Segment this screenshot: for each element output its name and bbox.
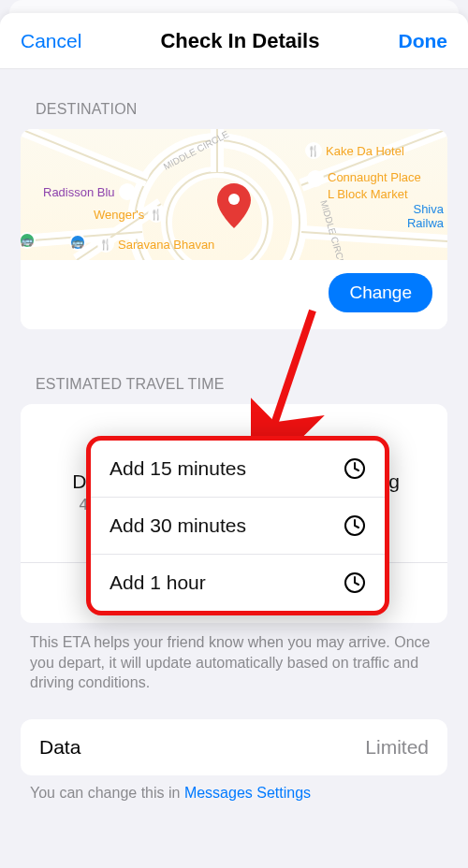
poi-saravana: 🍴Saravana Bhavan: [97, 236, 214, 253]
svg-point-6: [228, 194, 240, 205]
menu-add-15[interactable]: Add 15 minutes: [91, 441, 385, 497]
menu-item-label: Add 15 minutes: [110, 457, 246, 480]
clock-icon: [344, 571, 366, 594]
clock-icon: [344, 514, 366, 537]
cancel-button[interactable]: Cancel: [21, 30, 81, 52]
poi-radisson: Radisson Blu🛏: [43, 183, 136, 200]
clock-icon: [344, 457, 366, 480]
poi-wengers: Wenger's🍴: [94, 206, 165, 223]
menu-item-label: Add 30 minutes: [110, 514, 246, 537]
menu-add-30[interactable]: Add 30 minutes: [91, 497, 385, 554]
transit-icon: 🚌: [69, 234, 86, 251]
page-title: Check In Details: [160, 29, 319, 53]
nav-bar: Cancel Check In Details Done: [0, 13, 468, 69]
shopping-icon: 🛍: [307, 170, 324, 187]
destination-header: DESTINATION: [0, 69, 468, 123]
data-footnote: You can change this in Messages Settings: [0, 775, 468, 802]
extra-time-menu: Add 15 minutes Add 30 minutes Add 1 hour: [86, 436, 389, 615]
change-button[interactable]: Change: [329, 273, 432, 312]
data-row[interactable]: Data Limited: [21, 719, 447, 775]
restaurant-icon: 🍴: [97, 236, 114, 253]
messages-settings-link[interactable]: Messages Settings: [184, 785, 311, 801]
restaurant-icon: 🍴: [305, 142, 322, 159]
data-label: Data: [39, 736, 80, 759]
poi-connaught: 🛍Connaught Place L Block Market: [307, 170, 421, 201]
svg-line-7: [268, 311, 313, 443]
travel-header: ESTIMATED TRAVEL TIME: [0, 329, 468, 398]
restaurant-icon: 🍴: [148, 206, 165, 223]
eta-footnote: This ETA helps your friend know when you…: [0, 623, 468, 693]
menu-item-label: Add 1 hour: [110, 571, 206, 594]
map-pin-icon: [217, 183, 251, 228]
poi-kake: 🍴Kake Da Hotel: [305, 142, 404, 159]
transit-icon: 🚌: [21, 232, 36, 249]
hotel-icon: 🛏: [119, 183, 136, 200]
data-value: Limited: [365, 736, 429, 759]
menu-add-1h[interactable]: Add 1 hour: [91, 554, 385, 611]
destination-card: MIDDLE CIRCLE MIDDLE CIRCLE Radisson Blu…: [21, 129, 447, 329]
map-preview[interactable]: MIDDLE CIRCLE MIDDLE CIRCLE Radisson Blu…: [21, 129, 447, 260]
poi-shiva: ShivaRailwa: [407, 202, 444, 230]
done-button[interactable]: Done: [398, 30, 447, 52]
